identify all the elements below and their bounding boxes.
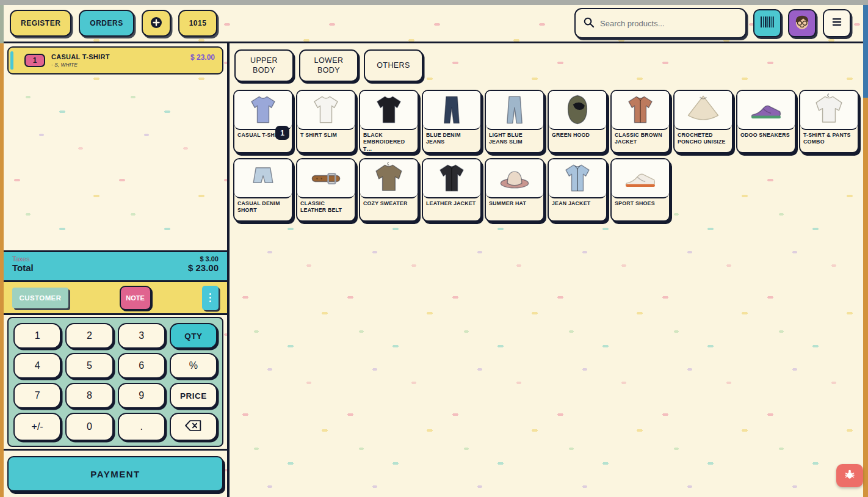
product-image	[423, 159, 480, 198]
menu-button[interactable]	[823, 9, 851, 37]
line-price: $ 23.00	[190, 53, 215, 62]
pos-app: REGISTER ORDERS 1015	[0, 0, 868, 497]
numpad-key-0[interactable]: 0	[65, 413, 113, 441]
plus-icon	[150, 16, 162, 31]
product-image	[486, 159, 543, 198]
scrollbar-track[interactable]	[863, 98, 868, 497]
category-lower-body[interactable]: LOWER BODY	[299, 49, 358, 82]
category-upper-body[interactable]: UPPER BODY	[234, 49, 294, 82]
product-card-crocheted-poncho-unisize[interactable]: CROCHETED PONCHO UNISIZE	[673, 90, 733, 153]
numpad-key-4[interactable]: 4	[13, 353, 61, 379]
product-image	[549, 159, 606, 198]
search-input[interactable]	[600, 19, 734, 28]
product-card-sport-shoes[interactable]: SPORT SHOES	[610, 158, 670, 222]
more-actions-button[interactable]	[202, 286, 219, 310]
category-others[interactable]: OTHERS	[364, 49, 423, 82]
numpad-key-1[interactable]: 1	[13, 323, 61, 349]
note-button[interactable]: NOTE	[120, 286, 151, 310]
product-card-classic-leather-belt[interactable]: CLASSIC LEATHER BELT	[296, 158, 356, 222]
orders-button[interactable]: ORDERS	[79, 10, 134, 37]
scrollbar-thumb[interactable]	[863, 5, 868, 98]
product-card-odoo-sneakers[interactable]: ODOO SNEAKERS	[736, 90, 796, 153]
barcode-button[interactable]	[753, 9, 781, 37]
product-name: CASUAL DENIM SHORT	[234, 198, 292, 214]
product-name: LIGHT BLUE JEANS SLIM	[486, 130, 543, 146]
product-image	[297, 159, 355, 198]
numpad-key-3[interactable]: 3	[118, 323, 165, 349]
product-card-blue-denim-jeans[interactable]: BLUE DENIM JEANS	[422, 90, 482, 153]
product-image	[360, 159, 418, 198]
product-image	[486, 91, 543, 130]
numpad-key--[interactable]: .	[118, 413, 165, 441]
user-avatar	[792, 12, 812, 34]
search-icon	[583, 16, 595, 31]
product-name: CROCHETED PONCHO UNISIZE	[675, 130, 732, 146]
order-actions-row: CUSTOMER NOTE	[4, 282, 227, 315]
order-summary: Taxes $ 3.00 Total $ 23.00	[4, 250, 227, 282]
numpad-key-price[interactable]: PRICE	[170, 383, 217, 408]
product-card-casual-t-shirt[interactable]: CASUAL T-SHIRT1	[233, 90, 293, 153]
product-card-t-shirt-slim[interactable]: T SHIRT SLIM	[296, 90, 356, 153]
product-card-classic-brown-jacket[interactable]: CLASSIC BROWN JACKET	[610, 90, 670, 153]
product-image	[234, 159, 292, 198]
product-card-casual-denim-short[interactable]: CASUAL DENIM SHORT	[233, 158, 293, 222]
product-card-jean-jacket[interactable]: JEAN JACKET	[548, 158, 607, 222]
numpad-key-backspace[interactable]	[170, 413, 217, 441]
top-navbar: REGISTER ORDERS 1015	[4, 5, 863, 43]
new-order-button[interactable]	[142, 10, 171, 37]
product-name: BLUE DENIM JEANS	[423, 130, 480, 146]
kebab-menu-icon	[209, 293, 211, 295]
customer-button[interactable]: CUSTOMER	[12, 288, 68, 308]
numpad-key-6[interactable]: 6	[118, 353, 165, 379]
product-image	[800, 91, 858, 130]
product-name: ODOO SNEAKERS	[737, 130, 795, 139]
debug-button[interactable]	[836, 464, 863, 487]
product-name: SUMMER HAT	[486, 198, 543, 207]
numpad-key--[interactable]: %	[170, 353, 217, 379]
product-name: LEATHER JACKET	[423, 198, 480, 207]
product-image	[360, 91, 418, 130]
product-card-black-embroidered-t-[interactable]: BLACK EMBROIDERED T…	[359, 90, 419, 153]
numpad-key-qty[interactable]: QTY	[170, 323, 217, 349]
numpad: 123QTY456%789PRICE+/-0.	[7, 317, 223, 447]
product-image	[297, 91, 355, 130]
product-card-t-shirt-pants-combo[interactable]: T-SHIRT & PANTS COMBO	[799, 90, 859, 153]
product-card-summer-hat[interactable]: SUMMER HAT	[485, 158, 544, 222]
numpad-key-5[interactable]: 5	[65, 353, 113, 379]
register-button[interactable]: REGISTER	[10, 10, 71, 37]
numpad-section: 123QTY456%789PRICE+/-0.	[4, 315, 227, 451]
numpad-key-7[interactable]: 7	[13, 383, 61, 408]
product-area: UPPER BODYLOWER BODYOTHERS CASUAL T-SHIR…	[232, 43, 863, 497]
product-image	[612, 159, 669, 198]
numpad-key-9[interactable]: 9	[118, 383, 165, 408]
product-card-light-blue-jeans-slim[interactable]: LIGHT BLUE JEANS SLIM	[485, 90, 544, 153]
payment-section: PAYMENT	[4, 451, 227, 497]
numpad-key-2[interactable]: 2	[65, 323, 113, 349]
total-value: $ 23.00	[188, 263, 219, 273]
order-line[interactable]: 1CASUAL T-SHIRT- S, WHITE$ 23.00	[7, 46, 223, 74]
category-tabs: UPPER BODYLOWER BODYOTHERS	[234, 49, 863, 82]
session-number-button[interactable]: 1015	[178, 10, 218, 37]
search-box[interactable]	[574, 8, 747, 38]
product-name: CLASSIC LEATHER BELT	[297, 198, 355, 214]
total-label: Total	[12, 263, 34, 273]
hamburger-icon	[831, 18, 842, 29]
product-image	[549, 91, 606, 130]
numpad-key-8[interactable]: 8	[65, 383, 113, 408]
product-image	[675, 91, 732, 130]
product-name: CLASSIC BROWN JACKET	[612, 130, 669, 146]
order-panel: 1CASUAL T-SHIRT- S, WHITE$ 23.00 Taxes $…	[4, 43, 230, 497]
user-avatar-button[interactable]	[788, 9, 816, 37]
line-qty-badge: 1	[24, 54, 45, 67]
product-card-cozy-sweater[interactable]: COZY SWEATER	[359, 158, 419, 222]
product-name: COZY SWEATER	[360, 198, 418, 207]
backspace-icon	[185, 420, 201, 434]
payment-button[interactable]: PAYMENT	[7, 456, 223, 492]
product-card-green-hood[interactable]: GREEN HOOD	[548, 90, 607, 153]
product-image	[737, 91, 795, 130]
product-image	[612, 91, 669, 130]
product-name: JEAN JACKET	[549, 198, 606, 207]
taxes-value: $ 3.00	[200, 255, 219, 263]
numpad-key--[interactable]: +/-	[13, 413, 61, 441]
product-card-leather-jacket[interactable]: LEATHER JACKET	[422, 158, 482, 222]
